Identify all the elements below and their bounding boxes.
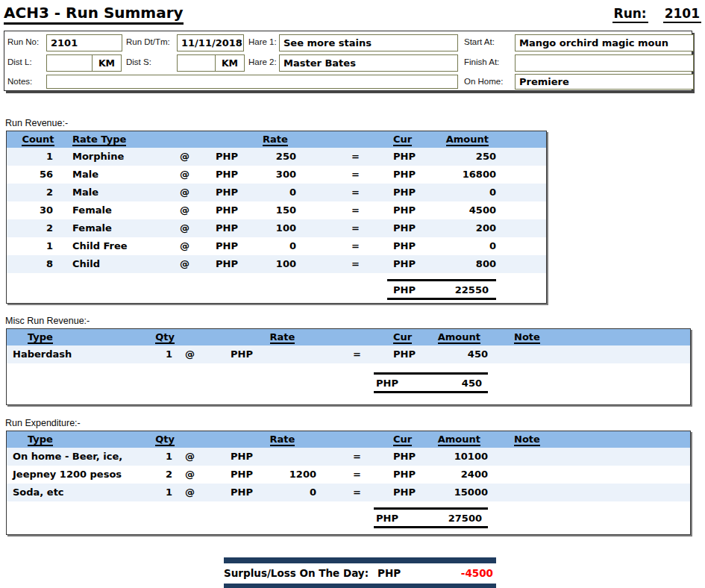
rate-value-cell: 100 <box>259 219 299 237</box>
qty-cell: 1 <box>152 484 176 501</box>
rate-value-cell: 0 <box>259 184 299 201</box>
amount-cell: 0 <box>430 184 496 201</box>
finish-at-field[interactable] <box>515 54 694 72</box>
table-row: 8 Child @ PHP 100 = PHP 800 <box>7 255 546 273</box>
currency-cell: PHP <box>387 166 430 184</box>
run-no-field[interactable]: 2101 <box>46 34 122 51</box>
table-row: 1 Child Free @ PHP 0 = PHP 0 <box>7 237 546 255</box>
rate-type-cell: Female <box>59 201 163 219</box>
rate-currency-cell: PHP <box>212 345 259 363</box>
rate-currency-cell: PHP <box>208 219 259 237</box>
amount-cell: 800 <box>430 255 496 273</box>
equals-symbol: = <box>299 255 387 273</box>
note-cell <box>488 484 690 501</box>
amount-cell: 250 <box>430 148 496 166</box>
on-home-field[interactable]: Premiere <box>515 74 694 90</box>
rate-type-cell: Child <box>59 255 163 273</box>
rate-currency-cell: PHP <box>212 466 259 484</box>
currency-cell: PHP <box>387 237 430 255</box>
rate-currency-cell: PHP <box>208 255 259 273</box>
rate-type-cell: Female <box>59 219 163 237</box>
at-symbol: @ <box>163 255 208 273</box>
amount-header: Amount <box>432 431 488 448</box>
qty-cell: 2 <box>152 466 176 484</box>
equals-symbol: = <box>299 148 387 166</box>
equals-symbol: = <box>317 345 389 363</box>
rate-currency-cell: PHP <box>208 166 259 184</box>
at-symbol: @ <box>163 237 208 255</box>
type-header: Type <box>7 329 152 345</box>
type-header: Type <box>7 431 152 448</box>
surplus-top-bar <box>224 557 496 563</box>
equals-symbol: = <box>317 484 389 501</box>
hare2-field[interactable]: Master Bates <box>279 54 458 72</box>
start-at-field[interactable]: Mango orchird magic moun <box>515 34 694 51</box>
surplus-amount: -4500 <box>461 567 496 579</box>
qty-header: Qty <box>152 431 176 448</box>
equals-symbol: = <box>299 219 387 237</box>
rate-currency-cell: PHP <box>208 148 259 166</box>
run-revenue-total-row: PHP 22550 <box>7 279 546 301</box>
misc-revenue-table: Type Qty Rate Cur Amount Note Haberdash … <box>6 328 691 405</box>
currency-cell: PHP <box>389 484 432 501</box>
hare1-field[interactable]: See more stains <box>279 34 458 51</box>
cur-header: Cur <box>389 329 432 345</box>
note-cell <box>488 448 690 466</box>
table-row: On home - Beer, ice, 1 @ PHP = PHP 10100 <box>7 448 690 466</box>
dist-l-unit: KM <box>92 54 122 72</box>
rate-value-cell <box>259 345 317 363</box>
rate-value-cell: 100 <box>259 255 299 273</box>
expenditure-table: Type Qty Rate Cur Amount Note On home - … <box>6 431 691 535</box>
surplus-currency: PHP <box>377 567 401 579</box>
table-row: Soda, etc 1 @ PHP 0 = PHP 15000 <box>7 484 690 501</box>
at-symbol: @ <box>176 345 212 363</box>
equals-symbol: = <box>299 237 387 255</box>
dist-l-field[interactable] <box>46 54 93 72</box>
count-cell: 1 <box>7 148 59 166</box>
amount-cell: 10100 <box>432 448 488 466</box>
rate-currency-cell: PHP <box>208 201 259 219</box>
currency-cell: PHP <box>387 201 430 219</box>
equals-symbol: = <box>299 201 387 219</box>
currency-cell: PHP <box>387 255 430 273</box>
total-currency: PHP <box>376 513 398 524</box>
run-revenue-header-row: Count Rate Type Rate Cur Amount <box>7 131 546 148</box>
at-symbol: @ <box>163 219 208 237</box>
rate-currency-cell: PHP <box>212 448 259 466</box>
table-row: Haberdash 1 @ PHP = PHP 450 <box>7 345 690 363</box>
note-cell <box>488 345 690 363</box>
misc-revenue-section-label: Misc Run Revenue:- <box>5 316 705 326</box>
rate-value-cell: 250 <box>259 148 299 166</box>
count-cell: 1 <box>7 237 59 255</box>
table-row: 2 Male @ PHP 0 = PHP 0 <box>7 184 546 201</box>
run-number: 2101 <box>663 5 701 23</box>
rate-currency-cell: PHP <box>208 184 259 201</box>
hare1-label: Hare 1: <box>248 37 277 46</box>
rate-type-cell: Morphine <box>59 148 163 166</box>
notes-field[interactable] <box>46 75 458 89</box>
count-cell: 2 <box>7 184 59 201</box>
run-revenue-section-label: Run Revenue:- <box>5 118 705 128</box>
table-row: 2 Female @ PHP 100 = PHP 200 <box>7 219 546 237</box>
amount-cell: 0 <box>430 237 496 255</box>
run-dt-field[interactable]: 11/11/2018 <box>177 34 244 51</box>
rate-type-cell: Male <box>59 184 163 201</box>
at-symbol: @ <box>176 466 212 484</box>
amount-cell: 4500 <box>430 201 496 219</box>
currency-cell: PHP <box>389 466 432 484</box>
equals-symbol: = <box>299 184 387 201</box>
table-row: 56 Male @ PHP 300 = PHP 16800 <box>7 166 546 184</box>
run-summary-report: ACH3 - Run Summary Run:2101 Run No: 2101… <box>0 4 705 588</box>
currency-cell: PHP <box>389 345 432 363</box>
amount-header: Amount <box>432 329 488 345</box>
rate-header: Rate <box>176 329 389 345</box>
cur-header: Cur <box>389 431 432 448</box>
rate-header: Rate <box>176 431 389 448</box>
rate-currency-cell: PHP <box>208 237 259 255</box>
hare2-label: Hare 2: <box>248 57 277 66</box>
count-header: Count <box>7 131 59 148</box>
dist-s-field[interactable] <box>177 54 216 72</box>
type-cell: Haberdash <box>7 345 152 363</box>
misc-revenue-total-row: PHP 450 <box>7 372 690 395</box>
total-amount: 450 <box>462 378 482 389</box>
